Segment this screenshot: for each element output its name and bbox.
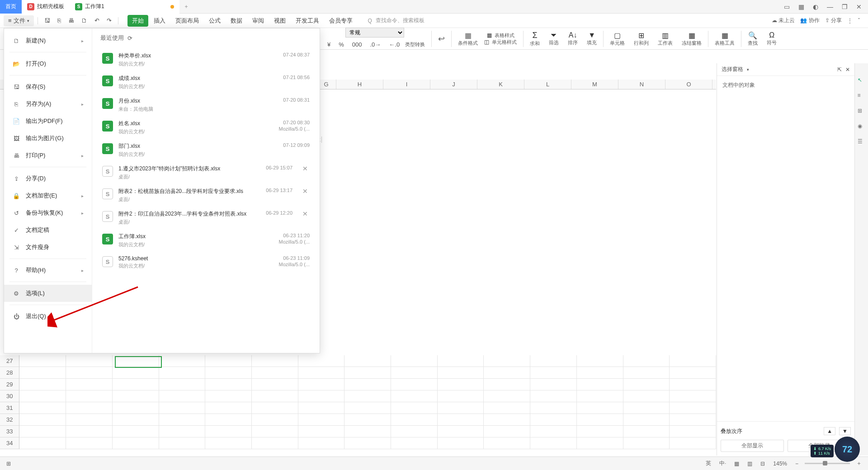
cell[interactable]: [670, 390, 716, 402]
cell[interactable]: [670, 437, 716, 449]
rail-icon-3[interactable]: ◉: [858, 123, 866, 131]
status-mode-icon[interactable]: ⊞: [5, 460, 13, 468]
cell[interactable]: [438, 426, 484, 437]
cell[interactable]: [391, 390, 438, 402]
sum-icon[interactable]: Σ: [533, 31, 538, 40]
recent-file-item[interactable]: S附件2：印江自治县2023年...学科专业条件对照表.xlsx桌面/06-29…: [100, 207, 311, 229]
cell[interactable]: [577, 390, 623, 402]
cell[interactable]: [66, 367, 113, 379]
inc-decimal-icon[interactable]: .0→: [368, 39, 384, 50]
wrap-icon[interactable]: ↩: [438, 34, 445, 44]
row-header-27[interactable]: 27: [0, 355, 19, 367]
row-header-31[interactable]: 31: [0, 402, 19, 414]
col-header-H[interactable]: H: [336, 80, 383, 89]
cell[interactable]: [298, 402, 345, 414]
cell[interactable]: [577, 437, 623, 449]
number-format-select[interactable]: 常规: [345, 28, 404, 38]
cell[interactable]: [623, 414, 670, 426]
cell[interactable]: [19, 390, 66, 402]
cell[interactable]: [205, 437, 252, 449]
row-header-33[interactable]: 33: [0, 426, 19, 437]
redo-icon[interactable]: ↷: [104, 15, 114, 26]
sheet-icon2[interactable]: ▥: [662, 31, 669, 40]
menu-save-as[interactable]: ⎘另存为(A)▸: [4, 95, 92, 113]
recent-file-item[interactable]: S部门.xlsx我的云文档/07-12 09:09: [100, 139, 311, 161]
show-all-button[interactable]: 全部显示: [721, 440, 784, 452]
zoom-level[interactable]: 145%: [771, 460, 789, 468]
cell[interactable]: [298, 426, 345, 437]
cell[interactable]: [623, 379, 670, 390]
tab-workbook[interactable]: S 工作簿1: [70, 0, 179, 14]
cell[interactable]: [438, 402, 484, 414]
select-icon[interactable]: ↖: [858, 77, 866, 85]
cell[interactable]: [623, 390, 670, 402]
rail-icon-4[interactable]: ☰: [858, 138, 866, 146]
menu-print[interactable]: 🖶打印(P)▸: [4, 147, 92, 164]
cell[interactable]: [113, 402, 159, 414]
cell[interactable]: [623, 355, 670, 367]
cell[interactable]: [19, 426, 66, 437]
view-normal-icon[interactable]: ▦: [732, 460, 741, 468]
rail-icon-2[interactable]: ⊞: [858, 108, 866, 116]
cell[interactable]: [298, 367, 345, 379]
cell[interactable]: [391, 355, 438, 367]
cell[interactable]: [344, 390, 391, 402]
cell[interactable]: [66, 402, 113, 414]
zoom-out-button[interactable]: −: [793, 460, 800, 468]
recent-file-item[interactable]: S种类单价.xlsx我的云文档/07-24 08:37: [100, 48, 311, 71]
col-header-M[interactable]: M: [571, 80, 618, 89]
cell[interactable]: [670, 379, 716, 390]
ribbon-tab-member[interactable]: 会员专享: [325, 15, 357, 27]
cell[interactable]: [670, 355, 716, 367]
cell[interactable]: [623, 367, 670, 379]
cell[interactable]: [391, 426, 438, 437]
cell[interactable]: [438, 355, 484, 367]
cell[interactable]: [66, 355, 113, 367]
recent-file-item[interactable]: S工作簿.xlsx我的云文档/06-23 11:20Mozilla/5.0 (.…: [100, 229, 311, 252]
menu-open[interactable]: 📂打开(O): [4, 55, 92, 72]
recent-file-item[interactable]: S成绩.xlsx我的云文档/07-21 08:56: [100, 71, 311, 94]
cell[interactable]: [205, 367, 252, 379]
cell[interactable]: [113, 414, 159, 426]
cell[interactable]: [530, 355, 577, 367]
cell[interactable]: [205, 379, 252, 390]
cell[interactable]: [670, 414, 716, 426]
cond-format-icon[interactable]: ▦: [465, 31, 472, 40]
ribbon-tab-start[interactable]: 开始: [127, 15, 148, 27]
cell[interactable]: [438, 437, 484, 449]
thousands-icon[interactable]: 000: [349, 39, 365, 50]
cell[interactable]: [252, 414, 298, 426]
cell[interactable]: [344, 426, 391, 437]
pin-icon[interactable]: ⇱: [837, 66, 842, 73]
cell[interactable]: [205, 426, 252, 437]
cell[interactable]: [438, 414, 484, 426]
ribbon-tab-view[interactable]: 视图: [269, 15, 290, 27]
cell[interactable]: [159, 379, 206, 390]
recent-file-item[interactable]: S附表2：松桃苗族自治县20...段学科对应专业要求.xls桌面/06-29 1…: [100, 184, 311, 207]
cell[interactable]: [577, 426, 623, 437]
dropdown-icon[interactable]: ▾: [747, 67, 749, 72]
menu-save[interactable]: 🖫保存(S): [4, 78, 92, 95]
cell[interactable]: [252, 390, 298, 402]
cell[interactable]: [344, 402, 391, 414]
close-button[interactable]: ✕: [854, 2, 863, 11]
cell[interactable]: [484, 437, 530, 449]
menu-export-img[interactable]: 🖼输出为图片(G): [4, 130, 92, 147]
recent-file-item[interactable]: S姓名.xlsx我的云文档/07-20 08:30Mozilla/5.0 (..…: [100, 116, 311, 139]
cell[interactable]: [391, 367, 438, 379]
col-header-O[interactable]: O: [665, 80, 712, 89]
cell[interactable]: [484, 414, 530, 426]
table-tools-icon[interactable]: ▦: [722, 31, 728, 40]
file-menu-button[interactable]: ≡ 文件 ▾: [4, 15, 34, 26]
cell-icon[interactable]: ▢: [614, 31, 621, 40]
ribbon-tab-review[interactable]: 审阅: [248, 15, 269, 27]
tab-add-button[interactable]: ＋: [179, 3, 193, 10]
cell[interactable]: [344, 379, 391, 390]
cell[interactable]: [391, 402, 438, 414]
view-page-icon[interactable]: ▥: [745, 460, 754, 468]
col-header-L[interactable]: L: [524, 80, 571, 89]
dec-decimal-icon[interactable]: ←.0: [386, 39, 402, 50]
cell[interactable]: [159, 414, 206, 426]
cell[interactable]: [391, 414, 438, 426]
cell[interactable]: [252, 355, 298, 367]
